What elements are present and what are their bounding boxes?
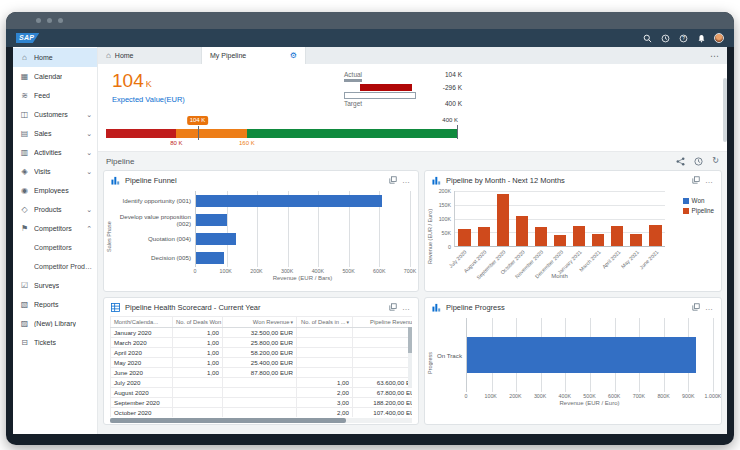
gridline [455, 205, 665, 206]
expand-icon[interactable] [692, 303, 700, 311]
category-label: Identify opportunity (001) [115, 191, 195, 210]
sidebar-item-sales[interactable]: ▤Sales⌄ [13, 124, 97, 143]
window-control-icon[interactable] [36, 18, 41, 23]
overflow-menu-icon[interactable]: … [705, 303, 714, 312]
help-icon[interactable]: ? [679, 34, 688, 43]
overflow-menu-icon[interactable]: … [402, 176, 411, 185]
legend-item[interactable]: Won [683, 197, 714, 204]
notifications-icon[interactable] [697, 34, 706, 43]
table-row[interactable]: April 20201,0058.200,00 EUR [111, 348, 413, 358]
bullet-max-label: 400 K [442, 117, 458, 123]
sidebar-item-reports[interactable]: ▧Reports [13, 295, 97, 314]
x-axis-ticks: 0100K200K300K400K500K600K700K [195, 267, 410, 275]
x-tick-label: 400K [559, 393, 571, 399]
avatar[interactable] [714, 33, 724, 43]
x-tick-label: 500K [583, 393, 595, 399]
expand-icon[interactable] [389, 303, 397, 311]
sidebar-item-activities[interactable]: ▥Activities⌄ [13, 143, 97, 162]
search-icon[interactable] [643, 34, 652, 43]
sidebar-item-home[interactable]: ⌂Home [13, 48, 97, 67]
sidebar-item-tickets[interactable]: ⊟Tickets [13, 333, 97, 352]
sidebar-item-new-library[interactable]: ▨(New) Library [13, 314, 97, 333]
expand-icon[interactable] [389, 176, 397, 184]
x-axis-label: Revenue (EUR / Bars) [195, 275, 410, 283]
table-cell [297, 358, 353, 368]
table-row[interactable]: August 20202,0067.800,00 EUR [111, 388, 413, 398]
expand-icon[interactable] [692, 176, 700, 184]
column-header-won-revenue[interactable]: Won Revenue▾ [223, 317, 297, 328]
competitors-icon: ⚑ [20, 224, 29, 233]
plot-column: 0100K200K300K400K500K600K700KRevenue (EU… [195, 191, 410, 283]
table-cell: 58.200,00 EUR [223, 348, 297, 358]
sidebar-item-label: Reports [34, 301, 59, 308]
sidebar-item-label: Activities [34, 149, 62, 156]
x-tick-label: 0 [194, 268, 197, 274]
content-scrollbar[interactable] [723, 64, 727, 434]
screenshot: SAP ? ⌂Home▦Calendar≋Feed◫Customers⌄▤Sal… [0, 0, 740, 450]
column-header-pipeline-revenue[interactable]: Pipeline Revenue▾ [353, 317, 413, 328]
sidebar-item-products[interactable]: ◇Products⌄ [13, 200, 97, 219]
column-header-no-of-deals-won[interactable]: No. of Deals Won▾ [173, 317, 223, 328]
window-control-icon[interactable] [47, 18, 52, 23]
table-cell [173, 388, 223, 398]
sidebar-item-calendar[interactable]: ▦Calendar [13, 67, 97, 86]
column-header-month-calenda[interactable]: Month/Calenda... [111, 317, 173, 328]
gear-icon[interactable]: ⚙ [290, 51, 297, 60]
sidebar-item-feed[interactable]: ≋Feed [13, 86, 97, 105]
sidebar-item-competitors[interactable]: Competitors [13, 238, 97, 257]
table-row[interactable]: January 20201,0032.500,00 EUR [111, 328, 413, 338]
bullet-segment [247, 129, 458, 138]
history-icon[interactable] [694, 157, 703, 166]
overflow-menu-icon[interactable]: … [705, 176, 714, 185]
surveys-icon: ☑ [20, 281, 29, 290]
table-row[interactable]: September 20203,00188.200,00 EUR [111, 398, 413, 408]
sidebar-item-label: Home [34, 54, 53, 61]
table-cell [223, 398, 297, 408]
table-row[interactable]: June 20201,0087.800,00 EUR [111, 368, 413, 378]
sidebar-item-visits[interactable]: ◈Visits⌄ [13, 162, 97, 181]
card-header: Pipeline Funnel … [104, 171, 418, 189]
scorecard-table: Month/Calenda...No. of Deals Won▾Won Rev… [110, 316, 412, 417]
window-control-icon[interactable] [58, 18, 63, 23]
table-cell [353, 368, 413, 378]
kpi-label[interactable]: Expected Value(EUR) [112, 95, 185, 104]
sidebar-item-label: Competitors [34, 244, 72, 251]
table-row[interactable]: October 20202,00107.400,00 EUR [111, 408, 413, 418]
recents-icon[interactable] [661, 34, 670, 43]
sidebar-item-competitors[interactable]: ⚑Competitors⌃ [13, 219, 97, 238]
chart-legend: WonPipeline [683, 197, 714, 217]
sidebar-item-employees[interactable]: ◉Employees [13, 181, 97, 200]
bullet-bar [106, 129, 458, 138]
sap-logo: SAP [16, 33, 39, 43]
table-cell: 107.400,00 EUR [353, 408, 413, 418]
table-row[interactable]: May 20201,0025.400,00 EUR [111, 358, 413, 368]
table-row[interactable]: July 20201,0063.600,00 EUR [111, 378, 413, 388]
share-icon[interactable] [676, 157, 685, 166]
sidebar-item-label: Customers [34, 111, 68, 118]
sidebar-item-label: Feed [34, 92, 50, 99]
tab-overflow-icon[interactable]: ⋯ [710, 51, 727, 61]
tab-home[interactable]: ⌂Home [98, 47, 202, 64]
column-header-no-of-deals-in[interactable]: No. of Deals in ...▾ [297, 317, 353, 328]
legend-item[interactable]: Pipeline [683, 207, 714, 214]
card-title: Pipeline Progress [446, 303, 505, 312]
sidebar-item-customers[interactable]: ◫Customers⌄ [13, 105, 97, 124]
employees-icon: ◉ [20, 186, 29, 195]
sidebar-item-competitor-products[interactable]: Competitor Products [13, 257, 97, 276]
section-icons: ↻ [676, 157, 719, 166]
sidebar-item-surveys[interactable]: ☑Surveys [13, 276, 97, 295]
actual-target-bullet: Actual104 K -296 K Target400 K [344, 71, 462, 107]
table-row[interactable]: March 20201,0025.800,00 EUR [111, 338, 413, 348]
bullet-threshold-label: 80 K [170, 140, 182, 146]
section-title: Pipeline [106, 157, 134, 166]
table-horizontal-scrollbar[interactable] [110, 418, 412, 423]
tab-my-pipeline[interactable]: My Pipeline⚙ [202, 47, 306, 64]
bullet-marker [198, 126, 199, 140]
y-tick-label: 200K [439, 188, 451, 194]
overflow-menu-icon[interactable]: … [402, 303, 411, 312]
table-vertical-scrollbar[interactable] [408, 327, 412, 387]
table-cell [173, 378, 223, 388]
refresh-icon[interactable]: ↻ [712, 157, 719, 165]
x-tick-label: 100K [220, 268, 232, 274]
x-tick-label: 800K [657, 393, 669, 399]
